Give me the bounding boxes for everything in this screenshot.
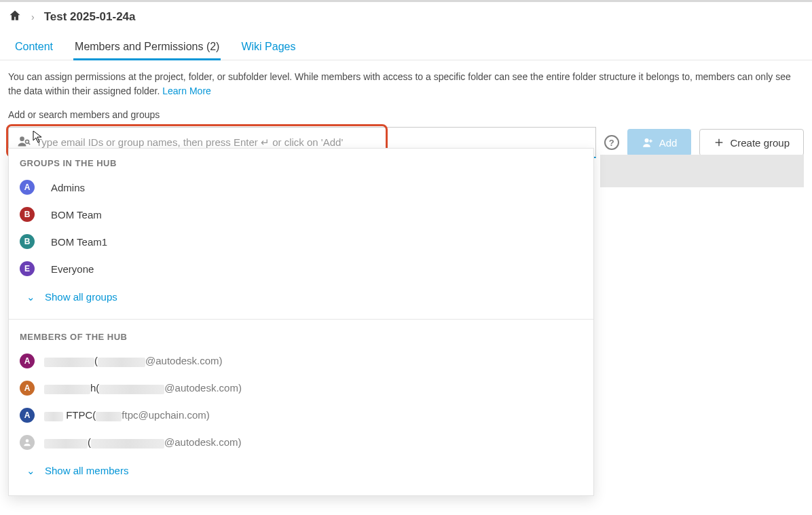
- svg-point-4: [26, 439, 29, 442]
- member-domain: ftpc@upchain.com): [122, 409, 209, 421]
- search-input[interactable]: [36, 136, 587, 148]
- search-dropdown: GROUPS IN THE HUB AAdminsBBOM TeamBBOM T…: [8, 148, 594, 496]
- member-label: (@autodesk.com): [44, 355, 223, 366]
- member-avatar: A: [20, 381, 35, 396]
- member-item[interactable]: A(@autodesk.com): [9, 347, 593, 375]
- member-domain: @autodesk.com): [164, 436, 242, 448]
- project-title[interactable]: Test 2025-01-24a: [44, 10, 136, 24]
- search-section-label: Add or search members and groups: [0, 102, 812, 124]
- member-avatar: A: [20, 354, 35, 368]
- redacted-name: [44, 385, 90, 394]
- group-avatar: A: [20, 180, 35, 195]
- member-label: (@autodesk.com): [44, 436, 242, 448]
- show-all-groups[interactable]: ⌄ Show all groups: [9, 282, 593, 311]
- member-avatar: [20, 435, 35, 450]
- chevron-right-icon: ›: [31, 12, 35, 22]
- svg-point-3: [644, 138, 648, 142]
- member-avatar: A: [20, 408, 35, 423]
- chevron-down-icon: ⌄: [26, 291, 35, 303]
- tab-content[interactable]: Content: [14, 34, 54, 60]
- create-group-label: Create group: [730, 137, 790, 149]
- info-body: You can assign permissions at the projec…: [8, 71, 791, 96]
- dropdown-groups-header: GROUPS IN THE HUB: [9, 149, 593, 174]
- redacted-name: [44, 358, 94, 367]
- tab-wiki[interactable]: Wiki Pages: [240, 34, 297, 60]
- member-item[interactable]: (@autodesk.com): [9, 429, 593, 456]
- redacted-email: [96, 412, 122, 421]
- group-avatar: B: [20, 234, 35, 249]
- add-button-label: Add: [659, 137, 678, 149]
- create-group-button[interactable]: Create group: [699, 129, 804, 156]
- redacted-email: [98, 358, 145, 367]
- group-item[interactable]: AAdmins: [9, 174, 593, 201]
- member-domain: @autodesk.com): [145, 355, 223, 366]
- svg-point-0: [20, 136, 24, 141]
- person-add-icon: [642, 136, 654, 149]
- group-name: Everyone: [51, 263, 94, 275]
- breadcrumb: › Test 2025-01-24a: [0, 2, 812, 31]
- add-button[interactable]: Add: [627, 129, 692, 156]
- member-label: FTPC(ftpc@upchain.com): [44, 409, 210, 421]
- tab-members[interactable]: Members and Permissions (2): [73, 34, 221, 60]
- group-name: BOM Team: [51, 209, 102, 221]
- group-item[interactable]: BBOM Team: [9, 201, 593, 228]
- member-label: h(@autodesk.com): [44, 382, 242, 394]
- redacted-name: [44, 439, 88, 449]
- group-avatar: E: [20, 261, 35, 276]
- group-item[interactable]: EEveryone: [9, 255, 593, 282]
- group-name: BOM Team1: [51, 236, 107, 248]
- member-domain: @autodesk.com): [164, 382, 242, 394]
- help-icon[interactable]: ?: [604, 135, 619, 150]
- member-item[interactable]: A FTPC(ftpc@upchain.com): [9, 402, 593, 429]
- group-item[interactable]: BBOM Team1: [9, 228, 593, 255]
- group-avatar: B: [20, 207, 35, 222]
- redacted-email: [99, 385, 164, 394]
- plus-icon: [714, 137, 724, 148]
- info-text: You can assign permissions at the projec…: [0, 60, 812, 102]
- tabs: Content Members and Permissions (2) Wiki…: [0, 34, 812, 60]
- redacted-email: [91, 439, 164, 449]
- svg-line-2: [29, 143, 31, 145]
- show-all-groups-label: Show all groups: [45, 291, 117, 303]
- show-all-members[interactable]: ⌄ Show all members: [9, 456, 593, 484]
- home-icon[interactable]: [8, 9, 22, 24]
- group-name: Admins: [51, 182, 85, 193]
- background-strip: [600, 155, 804, 187]
- redacted-name: [44, 412, 63, 421]
- chevron-down-icon: ⌄: [26, 465, 35, 477]
- show-all-members-label: Show all members: [45, 465, 128, 476]
- dropdown-divider: [9, 319, 593, 320]
- dropdown-members-header: MEMBERS OF THE HUB: [9, 322, 593, 347]
- learn-more-link[interactable]: Learn More: [162, 85, 211, 96]
- member-item[interactable]: Ah(@autodesk.com): [9, 375, 593, 402]
